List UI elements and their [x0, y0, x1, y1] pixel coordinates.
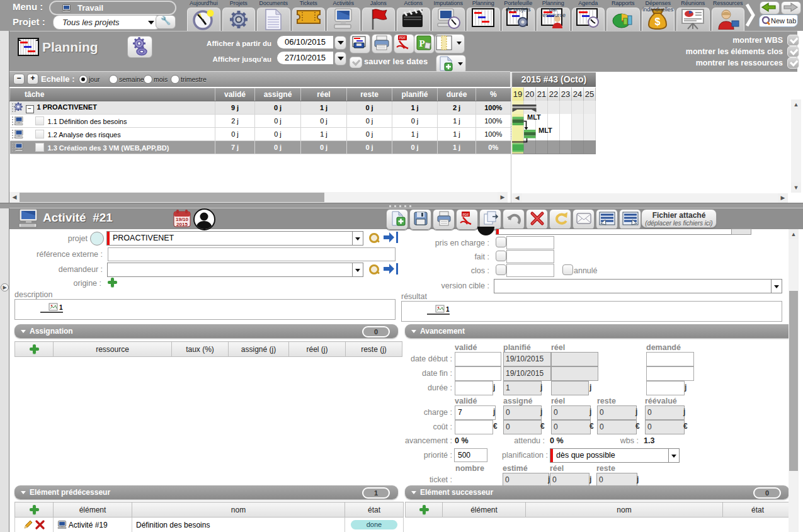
svg-text:2015: 2015: [176, 222, 188, 227]
svg-text:PDF: PDF: [462, 213, 469, 217]
svg-text:1: 1: [59, 304, 63, 311]
svg-text:MLT: MLT: [538, 127, 552, 134]
svg-text:MLT: MLT: [527, 113, 541, 121]
svg-text:$: $: [654, 16, 660, 27]
svg-text:P: P: [419, 38, 424, 48]
svg-text:PDF: PDF: [399, 36, 406, 40]
svg-text:1: 1: [446, 306, 450, 313]
